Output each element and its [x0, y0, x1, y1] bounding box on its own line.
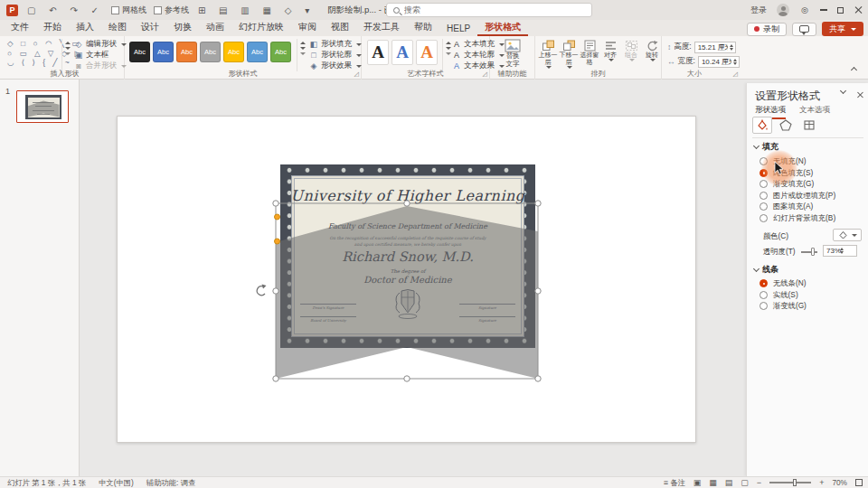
wordart-style-black[interactable]: A [367, 40, 389, 65]
scroll-down-icon[interactable] [65, 47, 71, 50]
tab-file[interactable]: 文件 [4, 19, 36, 36]
scroll-up-icon[interactable] [300, 42, 306, 44]
certificate-image[interactable]: University of Higher Learning Faculty of… [280, 164, 535, 348]
height-spinner[interactable] [730, 44, 733, 51]
text-box-button[interactable]: ▣ 文本框 [74, 50, 127, 61]
tab-insert[interactable]: 插入 [69, 19, 101, 36]
width-spinner[interactable] [733, 59, 737, 65]
slide-count[interactable]: 幻灯片 第 1 张，共 1 张 [7, 478, 86, 488]
size-properties-category-button[interactable] [799, 117, 819, 134]
maximize-button[interactable] [837, 7, 844, 14]
shape-gallery-scroll[interactable] [61, 39, 72, 71]
wordart-style-orange[interactable]: A [416, 40, 438, 65]
shape-style-swatch[interactable]: Abc [270, 42, 291, 62]
selection-pane-button[interactable]: 选择窗格 [580, 40, 599, 69]
scroll-down-icon[interactable] [300, 47, 306, 50]
signin-label[interactable]: 登录 [750, 5, 767, 16]
fill-option-pattern[interactable]: 图案填充(A) [760, 202, 813, 211]
panel-collapse-icon[interactable] [840, 88, 846, 94]
comments-button[interactable] [792, 23, 816, 36]
shape-style-swatch[interactable]: Abc [153, 42, 174, 62]
tab-review[interactable]: 审阅 [291, 19, 324, 36]
slide-sorter-view-button[interactable]: ▦ [709, 478, 717, 487]
shape-style-swatch[interactable]: Abc [129, 42, 150, 62]
tab-shape-format[interactable]: 形状格式 [477, 19, 528, 36]
search-box[interactable] [386, 3, 592, 17]
record-button[interactable]: 录制 [747, 23, 787, 36]
tab-help[interactable]: 帮助 [407, 19, 439, 36]
scroll-down-icon[interactable] [446, 47, 451, 50]
quick-access-toolbar-left[interactable]: ▢ ↶ ↷ ✓ [27, 5, 104, 15]
close-button[interactable] [854, 5, 863, 14]
guides-toggle[interactable]: 参考线 [154, 5, 189, 16]
shape-fill-button[interactable]: ◧ 形状填充 [309, 39, 362, 50]
fit-to-window-button[interactable] [855, 479, 863, 486]
search-input[interactable] [404, 5, 540, 14]
line-option-gradient[interactable]: 渐变线(G) [760, 301, 807, 311]
minimize-button[interactable] [820, 9, 827, 10]
slideshow-button[interactable]: ▢ [741, 478, 749, 487]
scroll-up-icon[interactable] [65, 42, 71, 44]
fill-option-background[interactable]: 幻灯片背景填充(B) [760, 213, 835, 223]
shape-style-swatch[interactable]: Abc [247, 42, 268, 62]
reading-view-button[interactable]: ▤ [725, 478, 733, 487]
effects-category-button[interactable] [776, 117, 796, 134]
tab-transitions[interactable]: 切换 [166, 19, 199, 36]
fill-color-dropdown[interactable] [833, 229, 862, 241]
fill-line-category-button[interactable] [752, 117, 772, 134]
tab-design[interactable]: 设计 [134, 19, 166, 36]
tab-slideshow[interactable]: 幻灯片放映 [231, 19, 291, 36]
collapse-ribbon-button[interactable] [848, 63, 859, 74]
line-section-header[interactable]: 线条 [754, 264, 778, 276]
tab-draw[interactable]: 绘图 [101, 19, 134, 36]
slider-thumb[interactable] [811, 248, 815, 256]
style-gallery-scroll[interactable] [297, 39, 307, 71]
notifications-icon[interactable]: ◎ [799, 5, 810, 14]
fill-option-picture[interactable]: 图片或纹理填充(P) [760, 191, 835, 201]
line-option-solid[interactable]: 实线(S) [760, 290, 798, 300]
shape-outline-button[interactable]: □ 形状轮廓 [309, 50, 362, 61]
share-button[interactable]: 共享 [822, 22, 863, 36]
slide-thumbnail-1[interactable] [16, 90, 69, 123]
notes-button[interactable]: ≡ 备注 [664, 478, 685, 488]
wordart-style-blue[interactable]: A [392, 40, 413, 65]
zoom-slider-thumb[interactable] [793, 479, 797, 486]
transparency-slider[interactable] [801, 251, 817, 253]
dialog-launcher-icon[interactable]: ◿ [733, 70, 738, 78]
dialog-launcher-icon[interactable]: ◿ [354, 70, 359, 78]
group-objects-button[interactable]: 组合 [621, 40, 641, 69]
gallery-more-icon[interactable] [65, 52, 71, 55]
gallery-more-icon[interactable] [446, 52, 451, 55]
zoom-in-button[interactable]: + [819, 478, 824, 487]
bring-forward-button[interactable]: 上移一层 [538, 40, 558, 69]
panel-close-button[interactable] [856, 91, 864, 99]
zoom-slider[interactable] [769, 482, 811, 483]
user-avatar[interactable] [777, 4, 789, 16]
shape-style-swatch[interactable]: Abc [223, 42, 244, 62]
send-backward-button[interactable]: 下移一层 [559, 40, 579, 69]
align-button[interactable]: 对齐 [600, 40, 620, 69]
normal-view-button[interactable]: ▣ [693, 478, 702, 487]
dialog-launcher-icon[interactable]: ◿ [483, 70, 487, 78]
alt-text-button[interactable]: 替换 文字 [498, 39, 527, 68]
line-option-none[interactable]: 无线条(N) [760, 278, 806, 288]
quick-access-toolbar-right[interactable]: ⊞ ▤ ▥ ▦ ◇ ▾ [198, 5, 315, 15]
tab-animations[interactable]: 动画 [199, 19, 231, 36]
tab-home[interactable]: 开始 [36, 19, 69, 36]
tab-developer[interactable]: 开发工具 [356, 19, 407, 36]
shape-style-swatch[interactable]: Abc [200, 42, 221, 62]
accessibility-status[interactable]: 辅助功能: 调查 [146, 478, 195, 488]
language-status[interactable]: 中文(中国) [99, 478, 134, 488]
gallery-more-icon[interactable] [300, 52, 306, 55]
zoom-out-button[interactable]: − [757, 478, 761, 487]
transparency-spinner[interactable] [840, 248, 844, 254]
tab-view[interactable]: 视图 [324, 19, 356, 36]
tab-help2[interactable]: HELP [439, 22, 477, 36]
edit-shape-button[interactable]: ◇ 编辑形状 [74, 39, 127, 50]
rotate-button[interactable]: 旋转 [642, 40, 662, 69]
zoom-level[interactable]: 70% [832, 478, 847, 487]
scroll-up-icon[interactable] [446, 42, 451, 44]
panel-tab-text-options[interactable]: 文本选项 [799, 105, 830, 116]
gridlines-toggle[interactable]: 网格线 [111, 5, 146, 16]
shape-style-swatch[interactable]: Abc [176, 42, 197, 62]
